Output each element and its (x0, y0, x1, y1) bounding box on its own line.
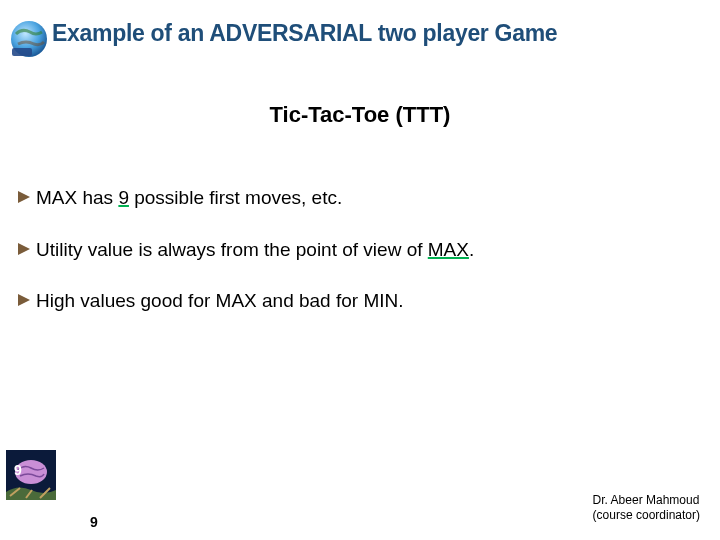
svg-marker-4 (18, 294, 30, 306)
slide-subtitle: Tic-Tac-Toe (TTT) (0, 102, 720, 128)
page-number: 9 (90, 514, 98, 530)
page-number-overlay: 9 (14, 462, 22, 478)
bullet-post: . (469, 239, 474, 260)
bullet-item: Utility value is always from the point o… (18, 237, 700, 263)
bullet-pre: High values good for MAX and bad for MIN… (36, 290, 404, 311)
bullet-arrow-icon (18, 294, 30, 306)
svg-marker-3 (18, 243, 30, 255)
footer-credit: Dr. Abeer Mahmoud (course coordinator) (593, 493, 700, 524)
svg-rect-1 (12, 48, 32, 56)
bullet-highlight: 9 (118, 187, 129, 208)
bullet-text: MAX has 9 possible first moves, etc. (36, 185, 700, 211)
bullet-pre: MAX has (36, 187, 118, 208)
slide-title: Example of an ADVERSARIAL two player Gam… (52, 20, 557, 47)
bullet-item: MAX has 9 possible first moves, etc. (18, 185, 700, 211)
bullet-list: MAX has 9 possible first moves, etc. Uti… (18, 185, 700, 340)
globe-logo (8, 18, 50, 60)
bullet-post: possible first moves, etc. (129, 187, 342, 208)
bullet-text: High values good for MAX and bad for MIN… (36, 288, 700, 314)
bullet-arrow-icon (18, 191, 30, 203)
bullet-text: Utility value is always from the point o… (36, 237, 700, 263)
bullet-pre: Utility value is always from the point o… (36, 239, 428, 260)
footer-role: (course coordinator) (593, 508, 700, 524)
footer-name: Dr. Abeer Mahmoud (593, 493, 700, 509)
bullet-arrow-icon (18, 243, 30, 255)
svg-marker-2 (18, 191, 30, 203)
bullet-highlight: MAX (428, 239, 469, 260)
bullet-item: High values good for MAX and bad for MIN… (18, 288, 700, 314)
